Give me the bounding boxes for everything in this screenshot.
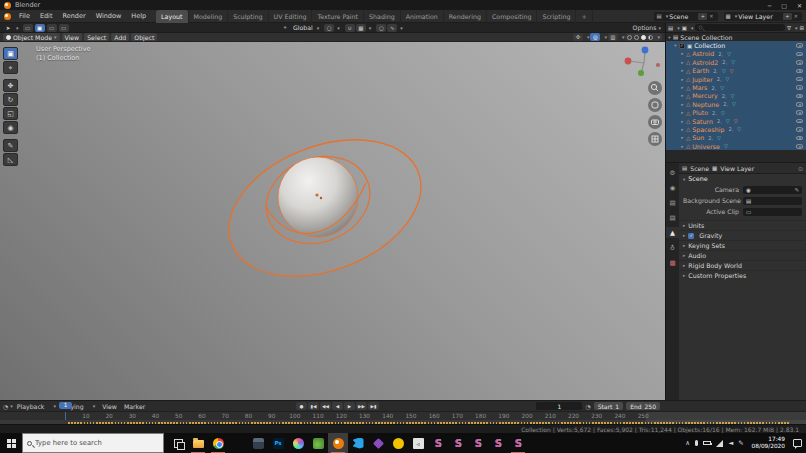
outliner-row-astroid2[interactable]: ▸△Astroid22,▽ (666, 58, 806, 66)
axis-x-neg-handle[interactable] (656, 63, 660, 67)
timeline-menu-marker[interactable]: Marker (124, 403, 145, 410)
panel-gravity[interactable]: ▸✓Gravity (679, 230, 806, 240)
outliner-row-spaceship[interactable]: ▸△Spaceship2,▽ (666, 125, 806, 133)
viewport-menu-add[interactable]: Add (111, 33, 129, 41)
material-shading-button[interactable] (641, 35, 646, 40)
jump-end-button[interactable]: ▶▮ (368, 402, 379, 410)
properties-tab-tool[interactable]: ⚙ (666, 167, 679, 178)
taskbar-pen-app[interactable] (228, 433, 248, 453)
visibility-eye-icon[interactable] (796, 119, 803, 124)
taskbar-photoshop[interactable]: Ps (268, 433, 288, 453)
workspace-tab-rendering[interactable]: Rendering (444, 10, 487, 23)
expand-icon[interactable]: ▸ (679, 77, 686, 82)
property-field-camera[interactable]: ◉✎ (743, 186, 802, 194)
outliner-row-mercury[interactable]: ▸△Mercury2,▽ (666, 92, 806, 100)
falloff-button[interactable]: ∿ (387, 24, 397, 32)
gravity-checkbox[interactable]: ✓ (688, 233, 694, 239)
taskbar-s-app-2[interactable]: S (448, 433, 468, 453)
taskbar-file-explorer[interactable] (188, 433, 208, 453)
proportional-editing-toggle[interactable]: ○ (376, 24, 386, 32)
taskbar-vscode[interactable] (348, 433, 368, 453)
workspace-tab-scripting[interactable]: Scripting (537, 10, 576, 23)
taskbar-visual-studio[interactable] (368, 433, 388, 453)
select-lasso-icon[interactable]: ▭ (59, 24, 69, 32)
outliner-row-jupiter[interactable]: ▸△Jupiter2,▽ (666, 75, 806, 83)
workspace-tab-compositing[interactable]: Compositing (487, 10, 537, 23)
scene-selector[interactable]: ▤ ▾ Scene + ✕ (654, 12, 717, 21)
eyedropper-icon[interactable]: ✎ (794, 187, 799, 193)
expand-icon[interactable]: ▸ (679, 110, 686, 115)
outliner-filter-button[interactable]: ∇ (787, 25, 791, 31)
add-workspace-button[interactable]: + (576, 10, 592, 23)
workspace-tab-texture-paint[interactable]: Texture Paint (312, 10, 364, 23)
snap-magnet-toggle[interactable]: ∪ (345, 24, 355, 32)
property-field-active-clip[interactable]: ▭ (743, 208, 802, 216)
expand-icon[interactable]: ▸ (679, 135, 686, 140)
use-preview-range-button[interactable]: ◔ (585, 403, 590, 410)
visibility-eye-icon[interactable] (796, 144, 803, 149)
taskbar-s-app-1[interactable]: S (428, 433, 448, 453)
axis-x-handle[interactable] (625, 58, 632, 65)
pin-icon[interactable]: ⊙ (798, 165, 803, 172)
network-icon[interactable] (716, 440, 723, 447)
collection-checkbox[interactable]: ✓ (679, 43, 685, 49)
pen-icon[interactable]: ✎ (738, 439, 743, 447)
visibility-eye-icon[interactable] (796, 85, 803, 90)
workspace-tab-layout[interactable]: Layout (156, 10, 188, 23)
panel-custom-properties[interactable]: ▸Custom Properties (679, 270, 806, 280)
auto-key-button[interactable]: ● (296, 402, 307, 410)
outliner-row-pluto[interactable]: ▸△Pluto2,▽ (666, 109, 806, 117)
volume-icon[interactable]: ◄ (728, 439, 733, 447)
properties-tab-world[interactable]: ♁ (666, 242, 679, 253)
expand-icon[interactable]: ▾ (666, 35, 673, 40)
panel-keying-sets[interactable]: ▸Keying Sets (679, 240, 806, 250)
next-keyframe-button[interactable]: ▶▶ (356, 402, 367, 410)
timeline-menu-playback[interactable]: Playback (17, 403, 45, 410)
breadcrumb-view-layer[interactable]: View Layer (720, 165, 754, 172)
play-button[interactable]: ▶ (344, 402, 355, 410)
menu-help[interactable]: Help (127, 12, 150, 20)
expand-icon[interactable]: ▸ (679, 127, 686, 132)
action-center-icon[interactable] (793, 439, 802, 447)
menu-edit[interactable]: Edit (36, 12, 57, 20)
outliner-filter-id-button[interactable]: ▣ (682, 25, 687, 31)
expand-icon[interactable]: ▸ (679, 93, 686, 98)
taskbar-yellow-app[interactable] (388, 433, 408, 453)
minimize-button[interactable]: ─ (768, 2, 772, 9)
show-overlays-button[interactable]: ◎ (590, 33, 600, 41)
outliner-search-input[interactable] (695, 24, 785, 31)
show-gizmos-button[interactable]: ✣ (573, 33, 583, 41)
properties-tab-texture[interactable]: ▩ (666, 257, 679, 268)
view-layer-selector[interactable]: ▦ ▾ View Layer + ✕ (724, 12, 802, 21)
panel-rigid-body-world[interactable]: ▸Rigid Body World (679, 260, 806, 270)
expand-icon[interactable]: ▾ (672, 43, 679, 48)
outliner-row-scene-collection[interactable]: ▾▤Scene Collection (666, 33, 806, 41)
zoom-button[interactable] (648, 81, 662, 95)
editor-type-button[interactable]: ◔ (3, 403, 8, 410)
expand-icon[interactable]: ▸ (679, 68, 686, 73)
current-frame-indicator[interactable]: 1 (59, 402, 72, 409)
scene-name[interactable]: Scene (668, 13, 696, 20)
scene-panel-header[interactable]: ▾ Scene (679, 174, 806, 184)
active-tool-icon[interactable]: ➤ (3, 24, 13, 32)
viewport-3d[interactable]: User Perspective (1) Collection ▣⌖✥↻◱◉✎◺ (0, 42, 665, 400)
taskbar-task-view[interactable] (168, 433, 188, 453)
visibility-eye-icon[interactable] (796, 127, 803, 132)
navigation-gizmo[interactable] (625, 47, 661, 77)
mic-icon[interactable] (695, 440, 698, 446)
panel-audio[interactable]: ▸Audio (679, 250, 806, 260)
battery-icon[interactable] (703, 441, 711, 445)
prev-keyframe-button[interactable]: ◀◀ (320, 402, 331, 410)
outliner-row-saturn[interactable]: ▸△Saturn2,▽▽ (666, 117, 806, 125)
taskbar-s-app-3[interactable]: S (468, 433, 488, 453)
current-frame-field[interactable]: 1 (536, 402, 582, 410)
remove-view-layer-button[interactable]: ✕ (794, 13, 798, 19)
new-scene-button[interactable]: + (698, 13, 707, 20)
taskbar-mini-app[interactable]: ◃ (408, 433, 428, 453)
sphere-object[interactable] (278, 157, 358, 237)
workspace-tab-uv-editing[interactable]: UV Editing (269, 10, 313, 23)
outliner-row-universe[interactable]: ▸△Universe▽ (666, 142, 806, 150)
taskbar-slate-app[interactable] (248, 433, 268, 453)
workspace-tab-modeling[interactable]: Modeling (189, 10, 229, 23)
axis-z-handle[interactable] (642, 47, 649, 54)
